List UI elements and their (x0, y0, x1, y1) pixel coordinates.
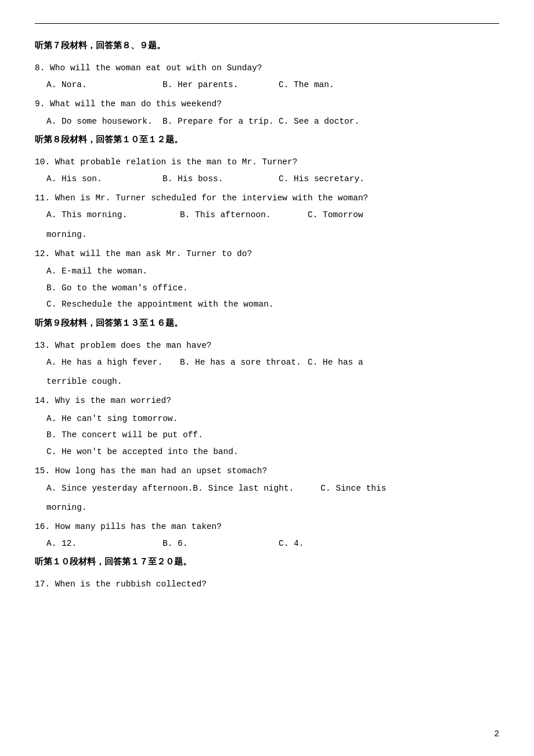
option-q14-0: A. He can't sing tomorrow. (46, 412, 499, 426)
section-title-section7: 听第７段材料，回答第８、９题。 (35, 40, 499, 51)
main-content: 听第７段材料，回答第８、９题。8. Who will the woman eat… (35, 40, 499, 592)
page-number: 2 (495, 729, 499, 739)
option-q14-1: B. The concert will be put off. (46, 428, 499, 442)
option-q16-0: A. 12. (46, 537, 163, 550)
question-q10: 10. What probable relation is the man to… (35, 156, 499, 186)
option-q13-1: B. He has a sore throat. (180, 356, 308, 369)
question-text-q17: 17. When is the rubbish collected? (35, 578, 499, 591)
question-text-q15: 15. How long has the man had an upset st… (35, 465, 499, 478)
question-text-q10: 10. What probable relation is the man to… (35, 156, 499, 169)
question-text-q11: 11. When is Mr. Turner scheduled for the… (35, 192, 499, 205)
question-q15: 15. How long has the man had an upset st… (35, 465, 499, 514)
option-q8-1: B. Her parents. (163, 78, 279, 92)
option-q11-1: B. This afternoon. (180, 208, 308, 222)
question-text-q9: 9. What will the man do this weekend? (35, 98, 499, 111)
option-q12-1: B. Go to the woman's office. (46, 281, 499, 296)
question-q12: 12. What will the man ask Mr. Turner to … (35, 247, 499, 312)
option-q8-0: A. Nora. (46, 78, 163, 92)
option-q13-0: A. He has a high fever. (46, 356, 180, 369)
section-title-section8: 听第８段材料，回答第１０至１２题。 (35, 134, 499, 145)
option-q15-1: B. Since last night. (193, 482, 320, 495)
option-q9-0: A. Do some housework. (46, 115, 163, 128)
wrap-text-q11: morning. (46, 228, 499, 242)
option-q11-2: C. Tomorrow (308, 208, 363, 222)
question-text-q14: 14. Why is the man worried? (35, 394, 499, 408)
question-q8: 8. Who will the woman eat out with on Su… (35, 62, 499, 92)
question-q17: 17. When is the rubbish collected? (35, 578, 499, 591)
option-q13-2: C. He has a (308, 356, 363, 369)
option-q11-0: A. This morning. (46, 208, 180, 222)
options-row-q15: A. Since yesterday afternoon.B. Since la… (46, 482, 499, 495)
question-text-q12: 12. What will the man ask Mr. Turner to … (35, 247, 499, 261)
options-row-q11: A. This morning.B. This afternoon.C. Tom… (46, 208, 499, 222)
top-divider (35, 23, 499, 24)
option-q9-1: B. Prepare for a trip. (163, 115, 279, 128)
question-text-q8: 8. Who will the woman eat out with on Su… (35, 62, 499, 75)
section-title-section10: 听第１０段材料，回答第１７至２０题。 (35, 556, 499, 567)
option-q10-1: B. His boss. (163, 172, 279, 186)
option-q10-0: A. His son. (46, 172, 163, 186)
option-q12-2: C. Reschedule the appointment with the w… (46, 297, 499, 312)
section-title-section9: 听第９段材料，回答第１３至１６题。 (35, 318, 499, 329)
option-q15-0: A. Since yesterday afternoon. (46, 482, 193, 495)
option-q12-0: A. E-mail the woman. (46, 264, 499, 279)
question-text-q16: 16. How many pills has the man taken? (35, 520, 499, 534)
options-row-q8: A. Nora.B. Her parents.C. The man. (46, 78, 499, 92)
options-row-q9: A. Do some housework.B. Prepare for a tr… (46, 115, 499, 128)
question-q13: 13. What problem does the man have?A. He… (35, 339, 499, 389)
option-q16-2: C. 4. (279, 537, 304, 550)
option-q14-2: C. He won't be accepted into the band. (46, 445, 499, 459)
option-q10-2: C. His secretary. (279, 172, 365, 186)
wrap-text-q13: terrible cough. (46, 375, 499, 388)
options-row-q16: A. 12.B. 6.C. 4. (46, 537, 499, 550)
question-q14: 14. Why is the man worried?A. He can't s… (35, 394, 499, 459)
wrap-text-q15: morning. (46, 501, 499, 514)
question-q16: 16. How many pills has the man taken?A. … (35, 520, 499, 550)
option-q8-2: C. The man. (279, 78, 334, 92)
option-q9-2: C. See a doctor. (279, 115, 359, 128)
options-row-q10: A. His son.B. His boss.C. His secretary. (46, 172, 499, 186)
option-q15-2: C. Since this (320, 482, 386, 495)
question-q11: 11. When is Mr. Turner scheduled for the… (35, 192, 499, 242)
question-text-q13: 13. What problem does the man have? (35, 339, 499, 352)
option-q16-1: B. 6. (163, 537, 279, 550)
options-row-q13: A. He has a high fever.B. He has a sore … (46, 356, 499, 369)
question-q9: 9. What will the man do this weekend?A. … (35, 98, 499, 128)
